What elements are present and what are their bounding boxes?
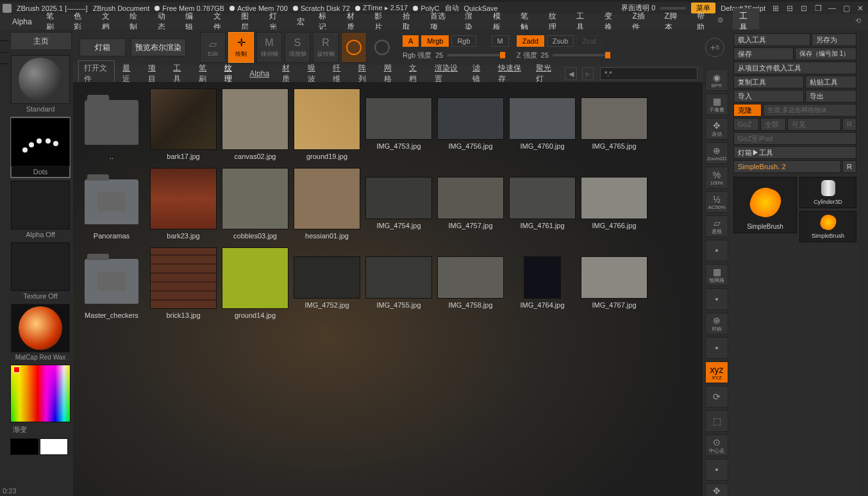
lightbox-button[interactable]: 灯箱 (79, 38, 126, 56)
texture-thumb[interactable]: hessian01.jpg (292, 168, 362, 245)
viewport-tool-5[interactable]: ½AC50% (705, 191, 728, 213)
draw-mode-button[interactable]: ✛绘制 (228, 32, 254, 63)
texture-thumb[interactable]: IMG_4752.jpg (292, 247, 362, 324)
mrgb-toggle[interactable]: Mrgb (421, 35, 449, 47)
texture-thumb[interactable]: IMG_4766.jpg (580, 168, 649, 245)
r-button[interactable]: R (842, 160, 856, 173)
viewport-tool-10[interactable]: ⊛对称 (705, 313, 728, 335)
load-tool-button[interactable]: 载入工具 (733, 33, 810, 46)
goz-ipad-button[interactable]: GoZ至iPad (733, 132, 856, 145)
nav-forward-button[interactable]: ▶ (582, 67, 594, 80)
texture-thumb[interactable]: IMG_4754.jpg (364, 168, 433, 245)
edit-mode-button[interactable]: ▱Edit (200, 32, 226, 63)
zadd-toggle[interactable]: Zadd (517, 35, 544, 47)
texture-thumb[interactable]: IMG_4757.jpg (436, 168, 505, 245)
viewport-tool-12[interactable]: xyzXYZ (705, 361, 728, 383)
texture-thumb[interactable]: ground19.jpg (292, 88, 362, 165)
rotate-gizmo-button[interactable]: R旋转轴 (313, 32, 338, 63)
alpha-thumbnail[interactable]: Alpha Off (10, 181, 71, 240)
search-input[interactable] (600, 67, 697, 80)
goz-visible-button[interactable]: 可见 (787, 118, 841, 131)
viewport-tool-1[interactable]: ▦子像素 (705, 94, 728, 115)
texture-thumb[interactable]: IMG_4755.jpg (364, 247, 433, 324)
m-toggle[interactable]: M (492, 35, 509, 47)
texture-thumbnail[interactable]: Texture Off (10, 242, 71, 301)
viewport-tool-11[interactable]: • (705, 337, 728, 359)
tool-preview-cylinder[interactable]: Cylinder3D (799, 177, 856, 208)
texture-thumb[interactable]: Panoramas (77, 168, 146, 245)
texture-thumb[interactable]: canvas02.jpg (221, 88, 290, 165)
sculptris-button[interactable] (341, 32, 367, 63)
gen-polymesh-button[interactable]: 生成 多边形网格物体 (763, 104, 856, 117)
viewport-tool-4[interactable]: %100% (705, 167, 728, 188)
material-thumbnail[interactable]: MatCap Red Wax (10, 304, 71, 362)
preview-boolean-button[interactable]: 预览布尔渲染 (131, 38, 186, 56)
load-from-project-button[interactable]: 从项目文件载入工具 (733, 62, 856, 74)
tool-preview-simplebrush-2[interactable]: SimpleBrush (799, 211, 856, 242)
a-toggle[interactable]: A (403, 35, 419, 47)
z-intensity-slider[interactable] (553, 54, 610, 56)
texture-thumb[interactable]: IMG_4765.jpg (580, 88, 649, 165)
texture-thumb[interactable]: Master_checkers (77, 247, 146, 324)
texture-thumb[interactable]: cobbles03.jpg (221, 168, 290, 245)
move-gizmo-button[interactable]: M移动轴 (256, 32, 282, 63)
home-button[interactable]: 主页 (10, 32, 72, 50)
nav-back-button[interactable]: ◀ (565, 67, 576, 80)
texture-thumb[interactable]: bark17.jpg (149, 88, 218, 165)
dynamesh-indicator[interactable] (369, 32, 395, 63)
viewport-tool-15[interactable]: ⊙中心点 (705, 434, 728, 456)
stroke-thumbnail[interactable]: Dots (10, 117, 71, 178)
texture-thumb[interactable]: IMG_4764.jpg (508, 247, 577, 324)
import-button[interactable]: 导入 (733, 90, 804, 103)
zsub-toggle[interactable]: Zsub (547, 35, 574, 47)
texture-thumb[interactable]: IMG_4753.jpg (364, 88, 433, 165)
texture-thumb[interactable]: bark23.jpg (149, 168, 218, 245)
texture-thumb[interactable]: IMG_4760.jpg (508, 88, 577, 165)
texture-thumb[interactable]: .. (77, 88, 146, 165)
lightbox-tools-button[interactable]: 灯箱▶工具 (733, 146, 856, 159)
paste-tool-button[interactable]: 粘贴工具 (805, 76, 856, 88)
color-selector[interactable] (13, 367, 20, 373)
viewport-tool-8[interactable]: ▦地网格 (705, 264, 728, 286)
texture-grid[interactable]: ..bark17.jpgcanvas02.jpgground19.jpgIMG_… (73, 82, 703, 496)
texture-thumb[interactable]: IMG_4761.jpg (508, 168, 577, 245)
save-as-button[interactable]: 另存为 (812, 33, 856, 46)
color-swatch-black[interactable] (10, 438, 38, 455)
scale-gizmo-button[interactable]: S缩放轴 (285, 32, 310, 63)
viewport-tool-14[interactable]: ⬚ (705, 410, 728, 432)
brush-thumbnail[interactable]: Standard (10, 55, 71, 114)
copy-tool-button[interactable]: 复制工具 (733, 76, 804, 88)
viewport-tool-6[interactable]: ▱透视 (705, 215, 728, 237)
gradient-label[interactable]: 渐变 (10, 424, 72, 436)
refresh-icon[interactable]: ⟲ (855, 17, 864, 27)
texture-thumb[interactable]: IMG_4756.jpg (436, 88, 505, 165)
menu-alpha[interactable]: Alpha (5, 15, 39, 28)
tab-alpha[interactable]: Alpha (244, 67, 274, 80)
texture-thumb[interactable]: ground14.jpg (221, 247, 290, 324)
viewport-tool-7[interactable]: • (705, 240, 728, 261)
goz-button[interactable]: GoZ (733, 118, 759, 131)
viewport-tool-9[interactable]: • (705, 288, 728, 310)
tool-preview-simplebrush[interactable]: SimpleBrush (733, 177, 797, 233)
viewport-tool-17[interactable]: ✥移动 (705, 483, 728, 496)
menu-macro[interactable]: 宏 (290, 15, 312, 29)
color-picker[interactable] (10, 365, 71, 422)
viewport-tool-0[interactable]: ◉BPR (705, 69, 728, 91)
viewport-tool-3[interactable]: ⊕Zoom2D (705, 142, 728, 164)
gear-icon[interactable]: ⚙ (717, 16, 726, 28)
texture-thumb[interactable]: IMG_4758.jpg (436, 247, 505, 324)
color-swatch-white[interactable] (40, 438, 68, 455)
texture-thumb[interactable]: IMG_4767.jpg (580, 247, 649, 324)
add-sculpt-button[interactable]: +S (705, 38, 724, 57)
save-incremental-button[interactable]: 保存（编号加 1） (795, 47, 856, 60)
goz-r-button[interactable]: R (842, 118, 856, 131)
goz-all-button[interactable]: 全部 (760, 118, 786, 131)
zcut-toggle[interactable]: Zcut (576, 35, 601, 47)
viewport-tool-2[interactable]: ✥滚动 (705, 118, 728, 140)
clone-button[interactable]: 克隆 (733, 104, 762, 117)
viewport-tool-16[interactable]: • (705, 459, 728, 481)
current-tool-label[interactable]: SimpleBrush. 2 (733, 160, 841, 173)
texture-thumb[interactable]: brick13.jpg (149, 247, 218, 324)
export-button[interactable]: 导出 (805, 90, 856, 103)
rgb-toggle[interactable]: Rgb (451, 35, 476, 47)
